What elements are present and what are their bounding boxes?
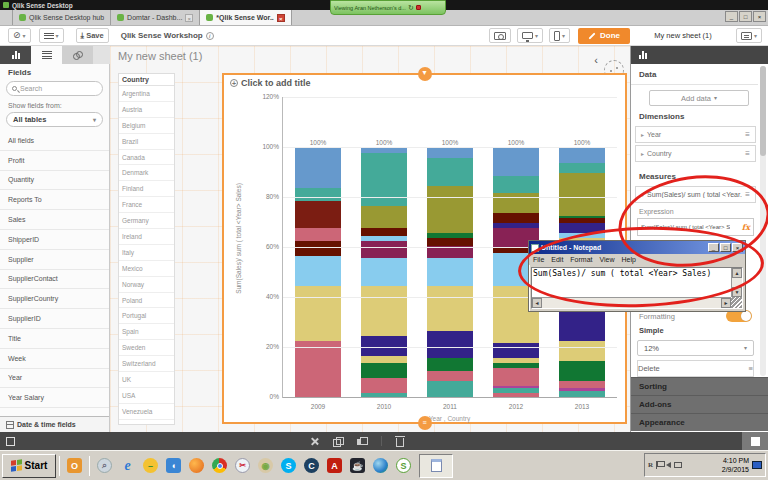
scroll-left-icon[interactable]: ◄	[532, 298, 542, 308]
current-sheet-label[interactable]: My new sheet (1)	[640, 31, 726, 40]
bar-segment[interactable]	[427, 331, 473, 359]
bar-segment[interactable]	[295, 228, 341, 241]
sheet-navigation-button[interactable]: ▾	[736, 28, 762, 43]
horizontal-scrollbar[interactable]: ◄ ►	[532, 297, 731, 308]
cut-icon[interactable]	[310, 437, 319, 446]
tray-flag-icon[interactable]	[656, 461, 663, 469]
tray-clock[interactable]: 4:10 PM 2/9/2015	[722, 456, 749, 474]
country-item[interactable]: UK	[119, 372, 174, 388]
country-item[interactable]: Ireland	[119, 229, 174, 245]
snapshot-button[interactable]	[489, 28, 511, 43]
device-preview-button[interactable]: ▾	[549, 28, 570, 43]
close-button[interactable]: ×	[753, 11, 766, 22]
search-tool-launcher[interactable]: ⌕	[93, 454, 116, 478]
firefox-launcher[interactable]	[185, 454, 208, 478]
tab-domtar[interactable]: Domtar - Dashb... ×	[111, 10, 200, 25]
drag-handle-icon[interactable]: ≡	[745, 190, 750, 199]
internet-explorer-launcher[interactable]: e	[116, 454, 139, 478]
maximize-button[interactable]: □	[739, 11, 752, 22]
field-item[interactable]: Quantity	[0, 171, 109, 191]
bar-segment[interactable]	[361, 363, 407, 378]
panel-toggle-button[interactable]	[742, 432, 768, 450]
bar-segment[interactable]	[559, 341, 605, 361]
bar-segment[interactable]	[427, 238, 473, 246]
notepad-task-button[interactable]	[419, 454, 453, 478]
field-item[interactable]: SupplierCountry	[0, 289, 109, 309]
country-item[interactable]: USA	[119, 388, 174, 404]
start-button[interactable]: Start	[2, 454, 56, 478]
country-filter-header[interactable]: Country	[119, 74, 174, 86]
scroll-down-icon[interactable]: ▼	[732, 287, 742, 297]
country-item[interactable]: Germany	[119, 213, 174, 229]
skype-launcher[interactable]: S	[277, 454, 300, 478]
panel-scrollbar[interactable]	[760, 66, 766, 376]
globe-app-launcher[interactable]	[369, 454, 392, 478]
dimension-item[interactable]: ▸ Year ≡	[635, 126, 756, 143]
browser-launcher[interactable]: ◖	[162, 454, 185, 478]
close-button[interactable]: ×	[732, 243, 743, 252]
back-chevron-icon[interactable]: ‹	[594, 54, 598, 66]
notepad-textarea[interactable]: Sum(Sales)/ sum ( total <Year> Sales) ▲ …	[531, 267, 743, 309]
dimension-item[interactable]: ▸ Country ≡	[635, 145, 756, 162]
minimize-button[interactable]: _	[725, 11, 738, 22]
field-item[interactable]: Sales	[0, 210, 109, 230]
bar-segment[interactable]	[361, 228, 407, 236]
done-button[interactable]: Done	[578, 28, 630, 44]
tab-master-items[interactable]	[62, 46, 93, 64]
table-filter-select[interactable]: All tables ▾	[6, 112, 103, 127]
field-item[interactable]: SupplierContact	[0, 270, 109, 290]
number-format-select[interactable]: 12% ▾	[637, 340, 754, 356]
measure-item[interactable]: ▾ Sum(Sales)/ sum ( total <Year... ≡	[635, 186, 756, 203]
bar-segment[interactable]	[295, 341, 341, 399]
expression-input[interactable]: Sum(Sales)/ sum ( total <Year> S fx	[637, 218, 754, 236]
save-button[interactable]: ⤓ Save	[76, 28, 109, 43]
bar-segment[interactable]	[559, 361, 605, 381]
delete-button[interactable]: Delete ≡	[637, 360, 754, 377]
messenger-launcher[interactable]: –	[139, 454, 162, 478]
country-item[interactable]: Poland	[119, 293, 174, 309]
bar-segment[interactable]	[493, 213, 539, 223]
tray-monitor-icon[interactable]	[752, 461, 762, 469]
clear-selections-button[interactable]: ⊘ ▾	[8, 28, 31, 43]
sheet-canvas[interactable]: My new sheet (1) ‹ Country Argentina Aus…	[110, 46, 630, 432]
menu-item[interactable]: View	[600, 256, 615, 263]
bar-segment[interactable]	[427, 158, 473, 186]
speaker-icon[interactable]	[666, 462, 671, 468]
bar-segment[interactable]	[493, 193, 539, 213]
country-item[interactable]: Canada	[119, 150, 174, 166]
country-item[interactable]: Norway	[119, 277, 174, 293]
bar-segment[interactable]	[361, 286, 407, 336]
bar-segment[interactable]	[559, 223, 605, 233]
drag-handle-bottom-icon[interactable]: ≡	[418, 416, 432, 430]
field-item[interactable]: Year Salary	[0, 388, 109, 408]
bar-segment[interactable]	[295, 286, 341, 341]
tab-close-icon[interactable]: ×	[185, 14, 193, 22]
tab-hub[interactable]: Qlik Sense Desktop hub	[12, 10, 111, 25]
bar-segment[interactable]	[295, 201, 341, 229]
refresh-icon[interactable]: ↻	[408, 4, 414, 11]
tab-workshop[interactable]: *Qlik Sense Wor.. ×	[200, 10, 291, 25]
drag-handle-top-icon[interactable]: ▾	[418, 67, 432, 81]
country-item[interactable]: Portugal	[119, 308, 174, 324]
bar-segment[interactable]	[427, 186, 473, 234]
field-item[interactable]: Year	[0, 369, 109, 389]
bar-segment[interactable]	[295, 256, 341, 286]
info-icon[interactable]: i	[206, 32, 214, 40]
country-item[interactable]: Italy	[119, 245, 174, 261]
bar-segment[interactable]	[427, 371, 473, 381]
app-launcher-dark[interactable]: ☕	[346, 454, 369, 478]
country-item[interactable]: Venezuela	[119, 404, 174, 420]
section-header[interactable]: Appearance	[631, 413, 768, 431]
notepad-window[interactable]: Untitled - Notepad _ □ × FileEditFormatV…	[528, 240, 746, 312]
country-item[interactable]: Denmark	[119, 165, 174, 181]
bar-segment[interactable]	[361, 356, 407, 364]
field-item[interactable]: Reports To	[0, 190, 109, 210]
bar-segment[interactable]	[427, 381, 473, 399]
drag-handle-icon[interactable]: ≡	[745, 130, 750, 139]
sheet-title[interactable]: My new sheet (1)	[118, 50, 202, 62]
tray-r-icon[interactable]: R	[648, 461, 653, 469]
data-section-header[interactable]: Data	[631, 70, 768, 79]
country-item[interactable]: Austria	[119, 102, 174, 118]
snipping-tool-launcher[interactable]: ✂	[231, 454, 254, 478]
bar-segment[interactable]	[295, 148, 341, 188]
